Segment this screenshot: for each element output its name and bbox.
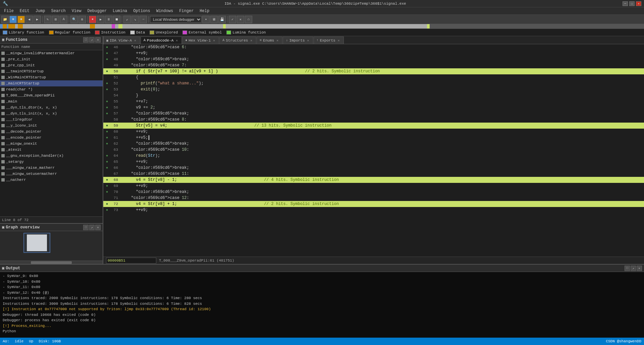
- func-item-17[interactable]: ↱__gnu_exception_handler(x): [0, 153, 103, 159]
- func-item-15[interactable]: ↱__mingw_onexit: [0, 141, 103, 147]
- tab-structures[interactable]: AStructures✕: [219, 37, 256, 44]
- toolbar-btn-17[interactable]: →: [140, 16, 147, 23]
- functions-list[interactable]: ↱__mingw_invalidParameterHandler↱_pre_c_…: [0, 50, 103, 216]
- output-content[interactable]: - SymVar_9: 0x80- SymVar_10: 0x80- SymVa…: [0, 272, 644, 338]
- toolbar-btn-11[interactable]: ●: [89, 16, 96, 23]
- func-item-3[interactable]: ↱__tmainCRTStartup: [0, 68, 103, 74]
- menu-item-search[interactable]: Search: [48, 8, 68, 14]
- toolbar-btn-15[interactable]: ↙: [123, 16, 131, 23]
- graph-canvas[interactable]: [0, 231, 103, 261]
- menu-item-lumina[interactable]: Lumina: [110, 8, 130, 14]
- code-row-58[interactable]: 58 "color:#569cd6">case 8:: [103, 117, 644, 123]
- maximize-button[interactable]: ☐: [629, 1, 635, 6]
- toolbar-btn-6[interactable]: ✎: [44, 16, 51, 23]
- toolbar-btn-18[interactable]: ▾: [202, 16, 210, 23]
- code-row-69[interactable]: ●69 ++v9;: [103, 183, 644, 189]
- code-row-48[interactable]: ●48 "color:#569cd6">break;: [103, 56, 644, 62]
- graph-btn-restore[interactable]: □: [83, 225, 89, 230]
- code-row-70[interactable]: ●70 "color:#569cd6">break;: [103, 189, 644, 195]
- toolbar-btn-8[interactable]: A: [60, 16, 67, 23]
- menu-item-windows[interactable]: Windows: [154, 8, 176, 14]
- func-item-1[interactable]: ↱_pre_c_init: [0, 56, 103, 62]
- toolbar-btn-2[interactable]: ■: [9, 16, 17, 23]
- menu-item-finger[interactable]: Finger: [176, 8, 196, 14]
- code-row-64[interactable]: ●64 read(Str);: [103, 153, 644, 159]
- address-field[interactable]: [106, 258, 156, 264]
- func-item-10[interactable]: ↱__dyn_tls_init(x, x, x): [0, 111, 103, 117]
- minimize-button[interactable]: —: [623, 1, 628, 6]
- func-item-0[interactable]: ↱__mingw_invalidParameterHandler: [0, 50, 103, 56]
- toolbar-btn-13[interactable]: ⏸: [105, 16, 112, 23]
- tab-close-enums[interactable]: ✕: [275, 39, 279, 43]
- code-row-67[interactable]: 67 "color:#569cd6">case 11:: [103, 171, 644, 177]
- code-row-57[interactable]: ●57 "color:#569cd6">break;: [103, 111, 644, 117]
- tab-ida-view[interactable]: ▣IDA View-A✕: [103, 37, 140, 44]
- code-row-52[interactable]: ●52 printf("what a shame...");: [103, 80, 644, 86]
- menu-item-help[interactable]: Help: [197, 8, 212, 14]
- code-row-54[interactable]: 54 }: [103, 92, 644, 98]
- func-item-6[interactable]: ↱read(char *): [0, 86, 103, 92]
- tab-enums[interactable]: ≡Enums✕: [257, 37, 282, 44]
- code-row-63[interactable]: 63 "color:#569cd6">case 10:: [103, 147, 644, 153]
- menu-item-edit[interactable]: Edit: [17, 8, 32, 14]
- code-row-62[interactable]: ●62 "color:#569cd6">break;: [103, 141, 644, 147]
- func-item-4[interactable]: ↱_WinMainCRTStartup: [0, 74, 103, 80]
- toolbar-btn-19[interactable]: 🖥: [210, 16, 218, 23]
- toolbar-btn-12[interactable]: ▶: [97, 16, 104, 23]
- toolbar-btn-23[interactable]: ⌂: [245, 16, 252, 23]
- toolbar-btn-14[interactable]: ⏹: [113, 16, 120, 23]
- tab-close-structures[interactable]: ✕: [249, 39, 253, 43]
- graph-scrollbar[interactable]: [0, 261, 103, 264]
- toolbar-btn-7[interactable]: ⊞: [52, 16, 59, 23]
- navstrip[interactable]: [0, 24, 644, 29]
- toolbar-btn-5[interactable]: ▶: [34, 16, 41, 23]
- code-row-65[interactable]: ●65 ++v9;: [103, 159, 644, 165]
- func-item-5[interactable]: ↱_mainCRTStartup: [0, 80, 103, 86]
- close-button[interactable]: ✕: [636, 1, 641, 6]
- tab-close-ida-view[interactable]: ✕: [133, 39, 137, 43]
- graph-btn-float[interactable]: ↗: [89, 225, 95, 230]
- menu-item-file[interactable]: File: [1, 8, 16, 14]
- tab-imports[interactable]: ↓Imports✕: [283, 37, 313, 44]
- toolbar-btn-22[interactable]: ✕: [237, 16, 244, 23]
- menu-item-view[interactable]: View: [69, 8, 84, 14]
- func-item-2[interactable]: ↱_pre_cpp_init: [0, 62, 103, 68]
- toolbar-btn-3[interactable]: ■: [17, 16, 25, 23]
- toolbar-btn-20[interactable]: 💾: [218, 16, 226, 23]
- func-item-19[interactable]: ↱___mingw_raise_matherr: [0, 165, 103, 171]
- toolbar-btn-10[interactable]: ⚙: [78, 16, 86, 23]
- code-row-53[interactable]: ●53 exit(0);: [103, 86, 644, 92]
- code-row-55[interactable]: ●55 ++v7;: [103, 98, 644, 105]
- output-btn-2[interactable]: ↗: [631, 266, 636, 271]
- code-row-68[interactable]: ●68 v4 = Str[v8] - 1; // 4 hits. Symboli…: [103, 177, 644, 183]
- functions-btn-float[interactable]: ↗: [89, 37, 95, 43]
- menu-item-debugger[interactable]: Debugger: [85, 8, 109, 14]
- tab-close-exports[interactable]: ✕: [337, 39, 341, 43]
- toolbar-btn-9[interactable]: 🔍: [70, 16, 78, 23]
- func-item-14[interactable]: ↱__encode_pointer: [0, 135, 103, 141]
- debugger-select[interactable]: Local Windows debugger: [150, 16, 202, 23]
- tab-hex-view[interactable]: ♦Hex View-1✕: [182, 37, 219, 44]
- code-row-56[interactable]: ●56 v9 += 2;: [103, 105, 644, 111]
- output-btn-3[interactable]: ✕: [637, 266, 642, 271]
- menu-item-options[interactable]: Options: [130, 8, 153, 14]
- code-row-47[interactable]: ●47 ++v9;: [103, 50, 644, 56]
- func-item-16[interactable]: ↱_atexit: [0, 147, 103, 153]
- func-item-13[interactable]: ↱__decode_pointer: [0, 129, 103, 135]
- tab-pseudocode[interactable]: APseudocode-A✕: [141, 37, 182, 44]
- functions-btn-close[interactable]: ✕: [95, 37, 101, 43]
- toolbar-btn-4[interactable]: ◀: [25, 16, 33, 23]
- tab-close-pseudocode[interactable]: ✕: [175, 39, 179, 43]
- functions-btn-restore[interactable]: □: [83, 37, 89, 43]
- code-row-60[interactable]: ●60 ++v9;: [103, 129, 644, 135]
- func-item-12[interactable]: ↱__y_lconv_init: [0, 123, 103, 129]
- code-row-66[interactable]: ●66 "color:#569cd6">break;: [103, 165, 644, 171]
- code-row-50[interactable]: ●50 if ( Str[v7 + 100] != a1[v9 + 1] ) /…: [103, 68, 644, 74]
- tab-close-imports[interactable]: ✕: [306, 39, 310, 43]
- toolbar-btn-21[interactable]: ✓: [229, 16, 236, 23]
- code-row-72[interactable]: ●72 v4 = Str[v8] + 1; // 2 hits. Symboli…: [103, 201, 644, 207]
- graph-btn-close[interactable]: ✕: [95, 225, 101, 230]
- code-row-46[interactable]: ●46 "color:#569cd6">case 6:: [103, 44, 644, 50]
- func-item-21[interactable]: ↱__natherr: [0, 177, 103, 183]
- code-row-71[interactable]: 71 "color:#569cd6">case 12:: [103, 195, 644, 201]
